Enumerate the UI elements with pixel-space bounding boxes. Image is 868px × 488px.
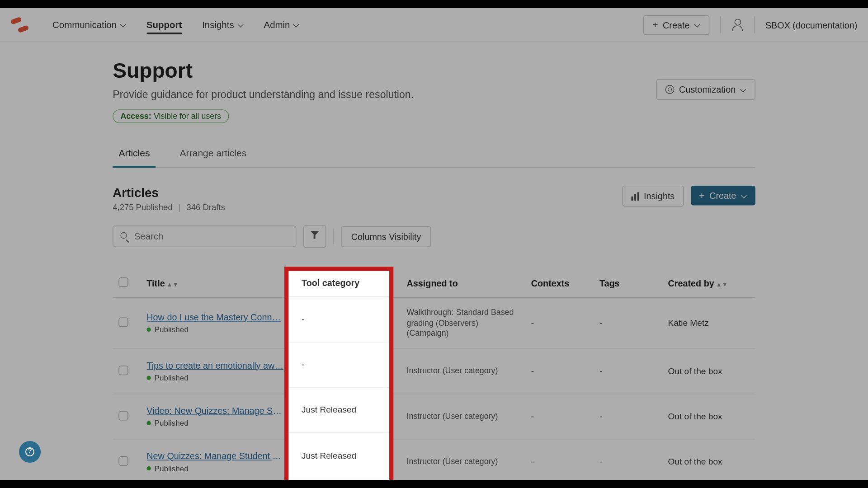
col-header-created-by[interactable]: Created by▲▼ (662, 269, 755, 298)
cell-tags: - (594, 439, 662, 484)
cell-contexts: - (525, 394, 594, 439)
col-header-contexts[interactable]: Contexts (525, 269, 594, 298)
search-input[interactable] (134, 231, 289, 242)
cell-tool-category: Just Released (296, 394, 401, 439)
filter-button[interactable] (303, 225, 326, 248)
user-icon[interactable] (731, 19, 743, 31)
articles-table: Title▲▼ Tool category Assigned to Contex… (113, 269, 755, 485)
status-row: Published (146, 418, 290, 427)
row-checkbox[interactable] (118, 366, 128, 375)
columns-visibility-button[interactable]: Columns Visibility (341, 226, 431, 247)
chevron-down-icon (741, 86, 746, 92)
nav-label: Communication (52, 19, 117, 30)
gear-icon (665, 85, 675, 94)
toolbar-divider (333, 229, 334, 244)
nav-label: Admin (264, 19, 290, 30)
create-label: Create (663, 20, 689, 30)
chevron-down-icon (120, 22, 126, 28)
row-checkbox[interactable] (118, 456, 128, 465)
cell-tool-category: - (296, 297, 401, 348)
nav-divider (720, 16, 721, 33)
app-logo-icon (11, 16, 29, 34)
customization-button[interactable]: Customization (656, 79, 755, 100)
nav-label: Insights (202, 19, 234, 30)
toolbar: Columns Visibility (113, 225, 755, 248)
cell-created-by: Out of the box (662, 439, 755, 484)
cell-contexts: - (525, 348, 594, 394)
row-checkbox[interactable] (118, 317, 128, 327)
article-title-link[interactable]: Video: New Quizzes: Manage St… (146, 405, 283, 415)
status-dot-icon (146, 421, 151, 425)
col-header-label: Assigned to (407, 278, 458, 288)
tab-arrange-articles[interactable]: Arrange articles (174, 141, 252, 167)
search-field-wrap[interactable] (113, 225, 296, 247)
col-header-assigned-to[interactable]: Assigned to (401, 269, 525, 298)
cell-assigned-to: Walkthrough: Standard Based grading (Obs… (401, 297, 525, 348)
insights-label: Insights (644, 191, 675, 201)
status-dot-icon (146, 375, 151, 380)
create-article-button[interactable]: + Create (691, 186, 755, 206)
letterbox-top (0, 0, 868, 8)
select-all-checkbox[interactable] (118, 277, 128, 287)
col-header-tags[interactable]: Tags (594, 269, 662, 298)
page-content: Support Provide guidance for product und… (113, 42, 755, 484)
cell-tool-category: - (296, 348, 401, 394)
cell-tool-category: Just Released (296, 439, 401, 484)
help-fab-button[interactable] (19, 441, 41, 463)
row-checkbox[interactable] (118, 411, 128, 420)
filter-icon (311, 231, 319, 239)
table-row: How do I use the Mastery Conn… Published… (113, 297, 755, 348)
create-button[interactable]: + Create (643, 15, 709, 35)
plus-icon: + (699, 191, 704, 200)
page-title: Support (113, 59, 656, 83)
nav-item-support[interactable]: Support (146, 8, 182, 42)
sort-icon: ▲▼ (167, 281, 179, 288)
table-row: Tips to create an emotionally aw… Publis… (113, 348, 755, 394)
section-counts: 4,275 Published | 346 Drafts (113, 202, 622, 212)
cell-tags: - (594, 394, 662, 439)
article-title-link[interactable]: Tips to create an emotionally aw… (146, 360, 283, 370)
cell-tags: - (594, 297, 662, 348)
article-title-link[interactable]: How do I use the Mastery Conn… (146, 312, 283, 322)
nav-label: Support (146, 19, 182, 30)
section-header: Articles 4,275 Published | 346 Drafts In… (113, 186, 755, 212)
bar-chart-icon (631, 192, 639, 200)
status-text: Published (154, 418, 188, 427)
environment-label[interactable]: SBOX (documentation) (765, 20, 857, 30)
article-title-link[interactable]: New Quizzes: Manage Student R… (146, 450, 283, 460)
page-subtitle: Provide guidance for product understandi… (113, 89, 656, 101)
col-header-title[interactable]: Title▲▼ (141, 269, 296, 298)
count-separator: | (179, 202, 181, 212)
cell-created-by: Out of the box (662, 348, 755, 394)
cell-assigned-to: Instructor (User category) (401, 439, 525, 484)
col-header-label: Contexts (531, 278, 570, 288)
status-dot-icon (146, 466, 151, 470)
nav-item-communication[interactable]: Communication (52, 8, 126, 42)
section-heading: Articles (113, 186, 622, 200)
top-nav: Communication Support Insights Admin + C… (0, 8, 868, 42)
status-dot-icon (146, 328, 151, 332)
create-label: Create (709, 191, 736, 201)
col-header-label: Tool category (302, 278, 360, 288)
status-row: Published (146, 464, 290, 473)
chevron-down-icon (741, 192, 747, 198)
tab-articles[interactable]: Articles (113, 141, 156, 167)
status-text: Published (154, 373, 188, 382)
cell-created-by: Out of the box (662, 394, 755, 439)
status-row: Published (146, 373, 290, 382)
insights-button[interactable]: Insights (623, 186, 684, 206)
cell-assigned-to: Instructor (User category) (401, 394, 525, 439)
nav-divider (754, 16, 755, 33)
published-count: 4,275 Published (113, 202, 172, 212)
status-row: Published (146, 325, 290, 334)
nav-item-insights[interactable]: Insights (202, 8, 244, 42)
status-text: Published (154, 464, 188, 473)
cell-created-by: Katie Metz (662, 297, 755, 348)
chevron-down-icon (238, 22, 244, 28)
plus-icon: + (652, 20, 658, 29)
cell-contexts: - (525, 297, 594, 348)
drafts-count: 346 Drafts (187, 202, 225, 212)
tab-label: Articles (118, 148, 150, 158)
nav-item-admin[interactable]: Admin (264, 8, 300, 42)
col-header-tool-category[interactable]: Tool category (296, 269, 401, 298)
